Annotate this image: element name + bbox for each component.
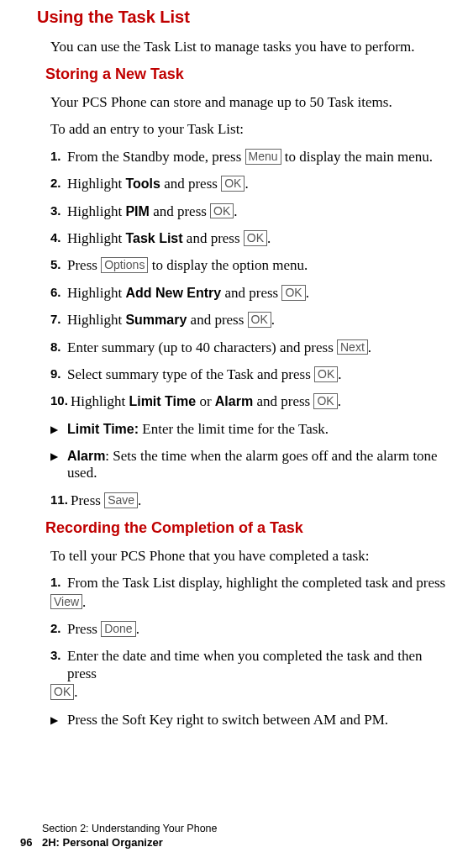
step-continuation: View. xyxy=(50,594,453,611)
footer-page: 962H: Personal Organizer xyxy=(20,836,218,850)
step-number: 6. xyxy=(50,285,67,300)
step-number: 4. xyxy=(50,230,67,245)
text: and press xyxy=(221,285,281,301)
rstep-1: 1. From the Task List display, highlight… xyxy=(50,575,453,611)
text: . xyxy=(338,393,341,409)
keycap-done: Done xyxy=(101,621,135,637)
text: and press xyxy=(160,176,221,192)
bullet-body: Limit Time: Enter the limit time for the… xyxy=(67,421,453,438)
triangle-icon: ▶ xyxy=(50,712,67,729)
text: Highlight xyxy=(67,285,125,301)
keycap-save: Save xyxy=(104,492,138,508)
text: and press xyxy=(183,230,244,246)
step-number: 7. xyxy=(50,312,67,327)
step-7: 7. Highlight Summary and press OK. xyxy=(50,312,453,329)
step-body: Highlight PIM and press OK. xyxy=(67,203,453,220)
text: Highlight xyxy=(67,203,125,219)
text: Highlight xyxy=(67,230,125,246)
footer-section: Section 2: Understanding Your Phone xyxy=(42,823,218,835)
text: Highlight xyxy=(67,176,125,192)
keycap-ok: OK xyxy=(210,203,234,219)
text: . xyxy=(245,176,248,192)
text: . xyxy=(368,339,371,355)
step-2: 2. Highlight Tools and press OK. xyxy=(50,176,453,192)
step-number: 10. xyxy=(50,393,71,408)
keycap-ok: OK xyxy=(313,393,337,409)
text: . xyxy=(338,366,341,382)
step-continuation: OK. xyxy=(50,684,453,701)
bold-text: Limit Time: xyxy=(67,422,139,436)
heading-using-task-list: Using the Task List xyxy=(37,7,453,27)
text: to display the main menu. xyxy=(281,149,433,165)
text: and press xyxy=(150,203,210,219)
step-11: 11. Press Save. xyxy=(50,492,453,509)
text: Enter summary (up to 40 characters) and … xyxy=(67,339,337,355)
step-10: 10. Highlight Limit Time or Alarm and pr… xyxy=(50,393,453,410)
step-body: Highlight Task List and press OK. xyxy=(67,230,453,247)
text: Press xyxy=(71,492,104,508)
bold-text: Limit Time xyxy=(129,394,196,408)
bold-text: PIM xyxy=(125,204,149,218)
text: . xyxy=(138,492,141,508)
text: Select summary type of the Task and pres… xyxy=(67,366,314,382)
step-body: From the Standby mode, press Menu to dis… xyxy=(67,149,453,166)
text: . xyxy=(234,203,237,219)
triangle-icon: ▶ xyxy=(50,421,67,438)
text: From the Task List display, highlight th… xyxy=(67,575,445,591)
text: . xyxy=(136,621,139,637)
bold-text: Alarm xyxy=(67,449,105,463)
text: or xyxy=(196,393,215,409)
step-8: 8. Enter summary (up to 40 characters) a… xyxy=(50,339,453,356)
step-1: 1. From the Standby mode, press Menu to … xyxy=(50,149,453,166)
step-body: Select summary type of the Task and pres… xyxy=(67,366,453,383)
bold-text: Summary xyxy=(125,313,187,327)
text: Enter the limit time for the Task. xyxy=(139,421,329,437)
bullet-softkey: ▶ Press the Soft Key right to switch bet… xyxy=(50,712,453,729)
rstep-3: 3. Enter the date and time when you comp… xyxy=(50,648,453,701)
keycap-menu: Menu xyxy=(245,149,281,165)
bullet-alarm: ▶ Alarm: Sets the time when the alarm go… xyxy=(50,448,453,482)
text: . xyxy=(306,285,309,301)
text: : Sets the time when the alarm goes off … xyxy=(67,448,438,481)
step-number: 1. xyxy=(50,149,67,164)
step-number: 9. xyxy=(50,366,67,381)
page-footer: Section 2: Understanding Your Phone 962H… xyxy=(20,823,218,850)
keycap-ok: OK xyxy=(314,366,338,382)
step-9: 9. Select summary type of the Task and p… xyxy=(50,366,453,383)
footer-chapter: 2H: Personal Organizer xyxy=(42,836,163,849)
step-5: 5. Press Options to display the option m… xyxy=(50,257,453,274)
text: and press xyxy=(253,393,313,409)
keycap-ok: OK xyxy=(50,684,74,700)
bold-text: Tools xyxy=(125,176,160,191)
keycap-next: Next xyxy=(337,339,368,355)
step-body: From the Task List display, highlight th… xyxy=(67,575,453,592)
text: Press xyxy=(67,621,101,637)
rstep-2: 2. Press Done. xyxy=(50,621,453,638)
step-number: 2. xyxy=(50,621,67,636)
heading-recording-completion: Recording the Completion of a Task xyxy=(45,519,453,538)
keycap-options: Options xyxy=(101,257,148,273)
text: Enter the date and time when you complet… xyxy=(67,648,423,681)
step-3: 3. Highlight PIM and press OK. xyxy=(50,203,453,220)
page-number: 96 xyxy=(20,836,42,850)
intro-text: To tell your PCS Phone that you have com… xyxy=(50,548,453,565)
step-number: 5. xyxy=(50,257,67,272)
step-body: Press Done. xyxy=(67,621,453,638)
step-number: 2. xyxy=(50,176,67,191)
step-number: 3. xyxy=(50,648,67,663)
keycap-ok: OK xyxy=(281,285,305,301)
intro-text: You can use the Task List to manage task… xyxy=(50,39,453,55)
step-body: Highlight Summary and press OK. xyxy=(67,312,453,329)
step-body: Highlight Limit Time or Alarm and press … xyxy=(71,393,453,410)
text: Press xyxy=(67,257,101,273)
step-body: Enter the date and time when you complet… xyxy=(67,648,453,682)
heading-storing-new-task: Storing a New Task xyxy=(45,66,453,84)
bullet-body: Press the Soft Key right to switch betwe… xyxy=(67,712,453,729)
bold-text: Alarm xyxy=(215,394,253,408)
bullet-limit-time: ▶ Limit Time: Enter the limit time for t… xyxy=(50,421,453,438)
text: From the Standby mode, press xyxy=(67,149,245,165)
text: Highlight xyxy=(67,312,125,328)
step-number: 8. xyxy=(50,339,67,355)
text: . xyxy=(267,230,271,246)
bold-text: Task List xyxy=(125,231,182,245)
